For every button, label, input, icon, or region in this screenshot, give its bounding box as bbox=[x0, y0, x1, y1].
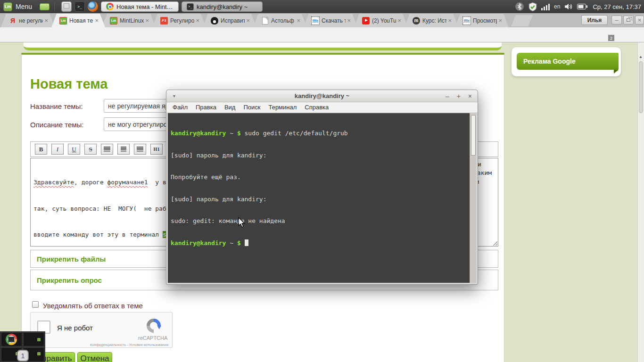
tab-close-icon[interactable]: × bbox=[246, 17, 250, 24]
tab-close-icon[interactable]: × bbox=[397, 17, 401, 24]
terminal-title: kandiry@kandiry ~ bbox=[295, 92, 349, 99]
tab-close-icon[interactable]: × bbox=[297, 17, 300, 24]
terminal-output[interactable]: kandiry@kandiry ~ $ sudo gedit /etc/defa… bbox=[168, 113, 476, 283]
sidebar-ad-ribbon: Реклама Google bbox=[517, 53, 619, 70]
system-tray: en Ср, 27 сен, 17:37 bbox=[515, 0, 641, 13]
window-menu-icon[interactable]: ▾ bbox=[173, 93, 175, 99]
tab-close-icon[interactable]: × bbox=[95, 17, 99, 24]
menu-button[interactable]: Menu bbox=[16, 3, 32, 10]
terminal-launcher-icon[interactable]: >_ bbox=[74, 1, 85, 12]
keyboard-layout-indicator[interactable]: en bbox=[554, 3, 560, 10]
notify-label: Уведомлять об ответах в теме bbox=[43, 302, 143, 310]
tab-kurs[interactable]: mКурс: Ист× bbox=[405, 14, 458, 27]
volume-icon[interactable] bbox=[564, 3, 573, 10]
show-desktop-icon[interactable] bbox=[40, 3, 50, 10]
scrollbar-thumb[interactable] bbox=[639, 61, 643, 113]
tab-astolfo[interactable]: Астольф× bbox=[253, 14, 307, 27]
bold-button[interactable]: B bbox=[35, 144, 47, 155]
terminal-close-button[interactable]: × bbox=[468, 92, 472, 100]
terminal-titlebar[interactable]: ▾ kandiry@kandiry ~ –+× bbox=[166, 90, 478, 102]
tab-close-icon[interactable]: × bbox=[44, 17, 48, 24]
tab-label: Курс: Ист bbox=[422, 17, 446, 24]
clock[interactable]: Ср, 27 сен, 17:37 bbox=[593, 3, 641, 10]
page-scrollbar[interactable]: ▲ bbox=[637, 42, 644, 362]
new-tab-button[interactable] bbox=[511, 15, 533, 26]
tab-label: Регулиро bbox=[170, 17, 194, 24]
tab-mintlinux[interactable]: LmMintLinux× bbox=[102, 14, 156, 27]
menu-terminal[interactable]: Терминал bbox=[268, 104, 297, 111]
recaptcha-logo-icon bbox=[144, 316, 164, 337]
tab-youtube[interactable]: (2) YouTu× bbox=[354, 14, 408, 27]
desktop: Lm Menu >_ Новая тема - MintLinux - ... … bbox=[0, 0, 644, 362]
window-button-terminal[interactable]: >_ kandiry@kandiry ~ bbox=[182, 1, 263, 12]
bluetooth-icon[interactable] bbox=[515, 2, 524, 11]
adblock-badge: 2 bbox=[608, 35, 614, 41]
tab-close-icon[interactable]: × bbox=[347, 17, 351, 24]
chrome-icon bbox=[106, 3, 114, 10]
menu-help[interactable]: Справка bbox=[305, 104, 329, 111]
battery-icon[interactable] bbox=[577, 4, 587, 9]
profile-button[interactable]: Илья bbox=[581, 15, 608, 25]
menu-view[interactable]: Вид bbox=[224, 104, 236, 111]
browser-toolbar bbox=[0, 27, 644, 42]
menu-file[interactable]: Файл bbox=[173, 104, 188, 111]
mintlinux-icon: Lm bbox=[59, 17, 67, 25]
tab-prosmotr[interactable]: tfileПросмотр× bbox=[455, 14, 509, 27]
tab-skachat[interactable]: tfileСкачать т× bbox=[304, 14, 357, 27]
attach-poll-link[interactable]: Прикрепить опрос bbox=[37, 276, 102, 284]
attach-files-link[interactable]: Прикрепить файлы bbox=[37, 255, 106, 263]
underline-button[interactable]: U bbox=[68, 144, 80, 155]
browser-tab-strip: Яне регули× LmНовая те× LmMintLinux× F1Р… bbox=[0, 13, 644, 27]
update-shield-icon[interactable] bbox=[528, 2, 537, 11]
notify-checkbox[interactable] bbox=[32, 301, 39, 308]
align-left-icon bbox=[104, 147, 110, 152]
menu-edit[interactable]: Правка bbox=[196, 104, 216, 111]
strikethrough-button[interactable]: S bbox=[84, 144, 97, 155]
align-center-icon bbox=[121, 147, 126, 152]
align-right-button[interactable] bbox=[134, 144, 146, 155]
restore-icon bbox=[627, 18, 630, 22]
tab-label: Астольф bbox=[271, 17, 295, 24]
mouse-cursor bbox=[238, 217, 246, 228]
terminal-prompt-line: kandiry@kandiry ~ $ bbox=[171, 239, 469, 247]
minimize-button[interactable]: – bbox=[611, 16, 622, 25]
terminal-menubar: Файл Правка Вид Поиск Терминал Справка bbox=[166, 102, 478, 113]
tab-close-icon[interactable]: × bbox=[145, 17, 149, 24]
terminal-maximize-button[interactable]: + bbox=[457, 92, 461, 100]
message-fragment: и bbox=[478, 161, 481, 168]
textarea-resize-handle[interactable] bbox=[492, 240, 497, 246]
files-launcher-icon[interactable] bbox=[61, 1, 72, 12]
thumbnail-chrome-window[interactable] bbox=[1, 332, 22, 346]
document-icon bbox=[262, 17, 268, 25]
menu-search[interactable]: Поиск bbox=[243, 104, 260, 111]
tab-close-icon[interactable]: × bbox=[448, 17, 452, 24]
tab-regulirovka[interactable]: F1Регулиро× bbox=[152, 14, 206, 27]
topic-name-label: Название темы: bbox=[30, 102, 83, 110]
cancel-button[interactable]: Отмена bbox=[77, 352, 112, 362]
close-window-button[interactable]: × bbox=[635, 16, 644, 25]
terminal-scrollbar-thumb[interactable] bbox=[471, 115, 476, 156]
terminal-line: kandiry@kandiry ~ $ sudo gedit /etc/defa… bbox=[171, 130, 469, 137]
align-right-icon bbox=[137, 147, 143, 152]
align-center-button[interactable] bbox=[117, 144, 130, 155]
align-left-button[interactable] bbox=[101, 144, 113, 155]
tab-close-icon[interactable]: × bbox=[196, 17, 199, 24]
tab-close-icon[interactable]: × bbox=[498, 17, 502, 24]
firefox-launcher-icon[interactable] bbox=[88, 1, 98, 12]
scroll-up-icon[interactable]: ▲ bbox=[639, 55, 643, 59]
terminal-scrollbar[interactable] bbox=[470, 113, 476, 283]
terminal-window[interactable]: ▾ kandiry@kandiry ~ –+× Файл Правка Вид … bbox=[166, 90, 478, 285]
network-signal-icon[interactable] bbox=[541, 3, 550, 10]
thumbnail-window[interactable] bbox=[23, 332, 44, 346]
tab-new-topic[interactable]: LmНовая те× bbox=[51, 14, 105, 27]
topic-description-label: Описание темы: bbox=[30, 121, 84, 129]
tab-yandex-search[interactable]: Яне регули× bbox=[1, 14, 55, 27]
recaptcha-legal-links[interactable]: Конфиденциальность - Условия использован… bbox=[31, 343, 168, 347]
heading-button[interactable]: H1 bbox=[150, 144, 163, 155]
terminal-minimize-button[interactable]: – bbox=[446, 92, 449, 100]
window-button-browser[interactable]: Новая тема - MintLinux - ... bbox=[101, 1, 179, 12]
restore-button[interactable] bbox=[623, 16, 634, 25]
mint-menu-icon[interactable]: Lm bbox=[3, 2, 12, 11]
tab-ispravit[interactable]: Исправит× bbox=[203, 14, 256, 27]
italic-button[interactable]: I bbox=[51, 144, 64, 155]
